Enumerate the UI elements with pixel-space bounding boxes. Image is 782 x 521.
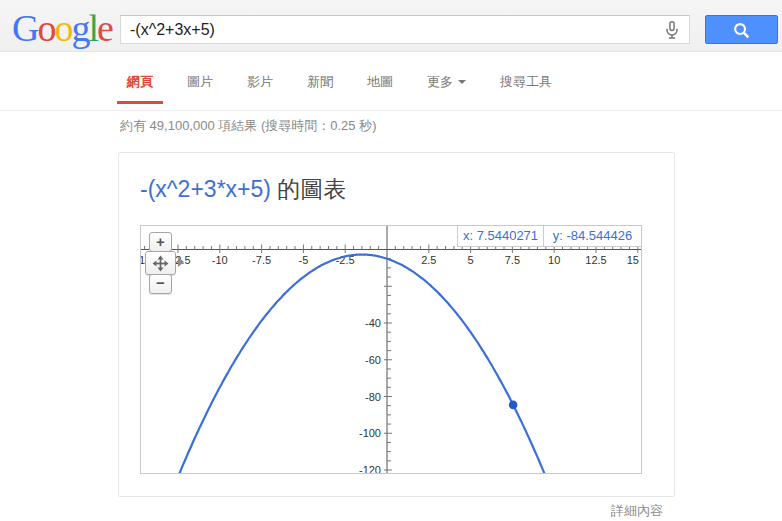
graph-title-suffix: 的圖表 [271,176,346,202]
svg-text:-40: -40 [365,317,381,329]
results-nav: 網頁圖片影片新聞地圖更多搜尋工具 [0,53,782,111]
graph-result-card: -(x^2+3*x+5) 的圖表 -15-12.5-10-7.5-5-2.52.… [118,152,675,497]
svg-text:-10: -10 [212,254,228,266]
tab-label: 地圖 [367,73,393,91]
graph-widget[interactable]: -15-12.5-10-7.5-5-2.52.557.51012.515-40-… [140,225,642,474]
svg-text:-100: -100 [359,427,381,439]
graph-title-formula: -(x^2+3*x+5) [140,176,271,202]
readout-x: x: 7.5440271 [457,226,543,247]
logo-letter: l [88,7,97,49]
search-header: Google [0,0,782,52]
chevron-down-icon [458,80,466,84]
tab-more[interactable]: 更多 [417,53,476,111]
svg-text:7.5: 7.5 [505,254,520,266]
logo-letter: G [12,7,37,49]
svg-text:5: 5 [468,254,474,266]
graph-title: -(x^2+3*x+5) 的圖表 [140,174,346,205]
tab-news[interactable]: 新聞 [297,53,343,111]
tab-label: 圖片 [187,73,213,91]
tab-label: 更多 [427,73,453,91]
tab-label: 影片 [247,73,273,91]
tab-web[interactable]: 網頁 [117,53,163,111]
logo-letter: e [97,7,112,49]
google-logo[interactable]: Google [12,6,112,50]
svg-text:15: 15 [627,254,639,266]
svg-text:-60: -60 [365,354,381,366]
search-input[interactable] [121,16,689,43]
svg-text:10: 10 [548,254,560,266]
search-box [120,15,690,44]
tab-images[interactable]: 圖片 [177,53,223,111]
data-point-marker [509,401,518,410]
function-curve [141,255,641,473]
svg-text:-80: -80 [365,391,381,403]
tick-marks [145,245,638,471]
pan-icon [152,255,169,272]
search-button[interactable] [705,15,778,44]
tab-maps[interactable]: 地圖 [357,53,403,111]
tab-search-tools[interactable]: 搜尋工具 [490,53,562,111]
pan-button[interactable] [145,251,176,275]
readout-y: y: -84.544426 [543,226,641,247]
microphone-icon[interactable] [661,19,683,41]
tab-label: 網頁 [127,73,153,91]
logo-letter: o [54,7,71,49]
zoom-out-button[interactable]: − [149,274,172,294]
zoom-in-button[interactable]: + [149,232,172,252]
results-stats: 約有 49,100,000 項結果 (搜尋時間：0.25 秒) [120,117,376,135]
svg-text:12.5: 12.5 [585,254,606,266]
tab-label: 搜尋工具 [500,73,552,91]
nav-tabs: 網頁圖片影片新聞地圖更多搜尋工具 [117,53,576,111]
graph-plot[interactable]: -15-12.5-10-7.5-5-2.52.557.51012.515-40-… [141,226,641,473]
more-details-link[interactable]: 詳細內容 [118,502,675,520]
logo-letter: o [37,7,54,49]
pan-expand-arrow-icon[interactable] [178,257,184,267]
logo-letter: g [71,7,88,49]
svg-text:-5: -5 [299,254,309,266]
svg-text:2.5: 2.5 [421,254,436,266]
tab-videos[interactable]: 影片 [237,53,283,111]
svg-text:-7.5: -7.5 [252,254,271,266]
tab-label: 新聞 [307,73,333,91]
svg-text:-120: -120 [359,464,381,473]
magnifier-icon [732,21,751,40]
